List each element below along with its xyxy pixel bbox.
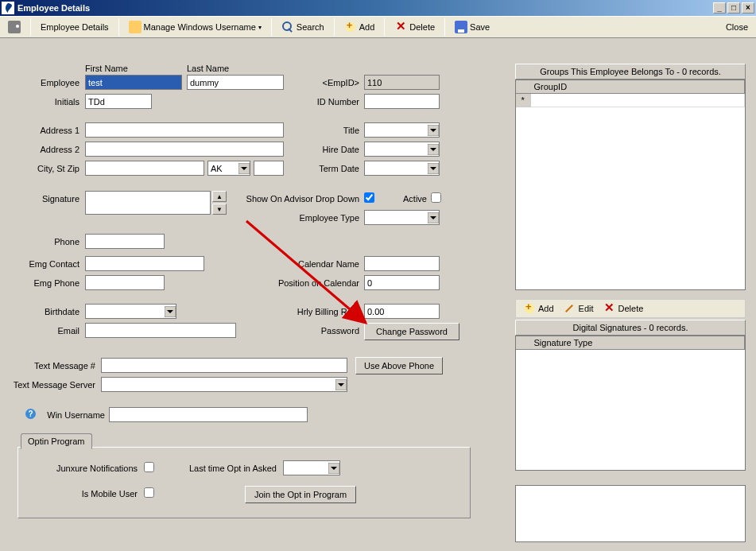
active-checkbox[interactable] xyxy=(431,192,441,203)
employee-details-button[interactable]: Employee Details xyxy=(36,20,114,34)
toolbar-separator xyxy=(334,18,335,36)
groups-grid[interactable]: GroupID * xyxy=(515,80,746,290)
toolbar-separator xyxy=(271,18,272,36)
manage-windows-username-button[interactable]: Manage Windows Username ▾ xyxy=(124,18,266,36)
window-title: Employee Details xyxy=(17,3,711,13)
join-optin-button[interactable]: Join the Opt in Program xyxy=(245,486,356,503)
text-message-num-label: Text Message # xyxy=(8,361,95,371)
signature-up-button[interactable]: ▲ xyxy=(212,191,227,202)
delete-button[interactable]: ✕ Delete xyxy=(390,18,440,36)
first-name-header: First Name xyxy=(85,64,128,73)
initials-label: Initials xyxy=(17,97,79,107)
employee-type-select[interactable] xyxy=(364,210,440,225)
position-on-calendar-label: Position on Calendar xyxy=(272,278,359,288)
camera-button[interactable] xyxy=(3,18,25,36)
employee-details-label: Employee Details xyxy=(41,22,109,32)
manage-windows-username-label: Manage Windows Username xyxy=(144,22,256,32)
win-username-input[interactable] xyxy=(109,407,308,422)
search-button[interactable]: Search xyxy=(277,18,329,36)
password-label: Password xyxy=(304,326,359,336)
text-message-num-input[interactable] xyxy=(101,358,347,373)
minimize-button[interactable]: _ xyxy=(713,2,726,14)
city-st-zip-label: City, St Zip xyxy=(17,164,79,173)
plus-icon xyxy=(344,21,357,33)
city-input[interactable] xyxy=(85,161,204,176)
email-label: Email xyxy=(17,326,79,336)
camera-icon xyxy=(8,21,21,33)
address2-input[interactable] xyxy=(85,142,284,157)
window-titlebar: Employee Details _ □ × xyxy=(0,0,756,16)
zip-input[interactable] xyxy=(254,161,284,176)
id-number-input[interactable] xyxy=(364,94,440,109)
hrly-billing-rate-input[interactable] xyxy=(364,304,440,319)
text-message-server-label: Text Message Server xyxy=(8,380,95,390)
junxure-notifications-label: Junxure Notifications xyxy=(26,464,138,473)
email-input[interactable] xyxy=(85,323,236,338)
optin-program-tab[interactable]: Optin Program xyxy=(21,433,92,449)
address1-input[interactable] xyxy=(85,122,284,138)
users-icon xyxy=(129,21,142,33)
toolbar-separator xyxy=(444,18,445,36)
calendar-name-label: Calendar Name xyxy=(280,259,359,269)
pencil-icon xyxy=(564,302,576,315)
emp-id-label: <EmpID> xyxy=(304,78,359,87)
junxure-notifications-checkbox[interactable] xyxy=(144,462,154,472)
state-select[interactable]: AK xyxy=(207,161,250,176)
add-label: Add xyxy=(359,22,375,32)
change-password-button[interactable]: Change Password xyxy=(364,323,459,340)
groups-delete-button[interactable]: ✕Delete xyxy=(601,301,646,316)
signature-textarea[interactable] xyxy=(85,191,211,215)
groups-new-row-marker[interactable]: * xyxy=(516,94,530,107)
plus-icon xyxy=(523,302,536,315)
title-label: Title xyxy=(304,126,359,135)
phone-input[interactable] xyxy=(85,234,165,249)
term-date-select[interactable] xyxy=(364,161,440,176)
emg-phone-input[interactable] xyxy=(85,275,165,290)
close-window-button[interactable]: × xyxy=(742,2,754,14)
employee-form: First Name Last Name Employee <EmpID> In… xyxy=(17,48,502,549)
groups-col-groupid[interactable]: GroupID xyxy=(530,80,745,94)
signature-down-button[interactable]: ▼ xyxy=(212,204,227,215)
show-on-advisor-checkbox[interactable] xyxy=(364,192,374,203)
is-mobile-user-checkbox[interactable] xyxy=(144,487,154,498)
use-above-phone-button[interactable]: Use Above Phone xyxy=(355,357,443,374)
dropdown-arrow-icon: ▾ xyxy=(258,24,262,31)
address1-label: Address 1 xyxy=(17,126,79,135)
birthdate-select[interactable] xyxy=(85,304,176,319)
groups-panel-header: Groups This Employee Belongs To - 0 reco… xyxy=(515,64,746,80)
signatures-panel-header: Digital Signatures - 0 records. xyxy=(515,320,746,336)
add-button[interactable]: Add xyxy=(339,18,380,36)
last-time-opt-select[interactable] xyxy=(283,460,340,475)
x-icon: ✕ xyxy=(603,302,616,315)
last-time-opt-label: Last time Opt in Asked xyxy=(173,464,277,473)
employee-type-label: Employee Type xyxy=(280,213,359,223)
app-icon xyxy=(2,2,14,14)
first-name-input[interactable] xyxy=(85,75,182,90)
close-label: Close xyxy=(726,22,748,32)
birthdate-label: Birthdate xyxy=(17,307,79,316)
search-icon xyxy=(281,21,294,33)
toolbar-separator xyxy=(384,18,385,36)
title-select[interactable] xyxy=(364,122,440,138)
close-button[interactable]: Close xyxy=(721,20,753,34)
last-name-input[interactable] xyxy=(187,75,284,90)
show-on-advisor-label: Show On Advisor Drop Down xyxy=(236,194,359,204)
signatures-col-sigtype[interactable]: Signature Type xyxy=(530,336,745,350)
groups-add-button[interactable]: Add xyxy=(521,301,556,316)
hrly-billing-rate-label: Hrly Billing Rate xyxy=(280,307,359,316)
maximize-button[interactable]: □ xyxy=(727,2,740,14)
hire-date-select[interactable] xyxy=(364,142,440,157)
calendar-name-input[interactable] xyxy=(364,256,440,271)
search-label: Search xyxy=(297,22,324,32)
signatures-grid[interactable]: Signature Type xyxy=(515,336,746,471)
employee-label: Employee xyxy=(17,78,79,87)
text-message-server-select[interactable] xyxy=(101,377,347,392)
emg-phone-label: Emg Phone xyxy=(17,278,79,288)
groups-edit-button[interactable]: Edit xyxy=(561,301,596,316)
initials-input[interactable] xyxy=(85,94,152,109)
emg-contact-input[interactable] xyxy=(85,256,204,271)
signature-label: Signature xyxy=(17,194,79,204)
notes-box[interactable] xyxy=(515,485,746,542)
save-button[interactable]: Save xyxy=(450,18,494,36)
position-on-calendar-input[interactable] xyxy=(364,275,440,290)
